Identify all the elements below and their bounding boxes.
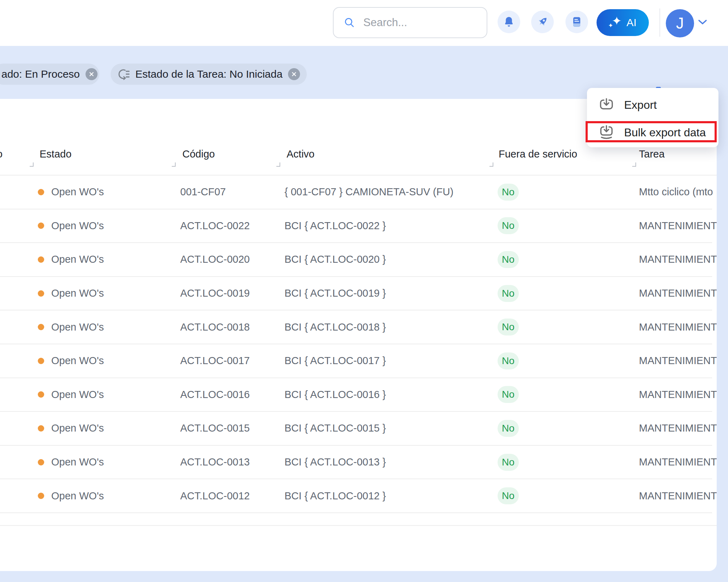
remove-chip-button[interactable] — [86, 68, 98, 80]
cell-estado: Open WO's — [51, 479, 104, 512]
column-resize-handle[interactable] — [632, 162, 636, 167]
cell-activo: BCI { ACT.LOC-0012 } — [284, 479, 386, 512]
column-header-partial[interactable]: o — [0, 148, 2, 160]
fuera-de-servicio-badge: No — [498, 352, 519, 369]
cell-tarea: MANTENIMIENT — [639, 479, 717, 512]
table-row[interactable]: Open WO's ACT.LOC-0016 BCI { ACT.LOC-001… — [0, 378, 712, 412]
table-row[interactable]: Open WO's ACT.LOC-0019 BCI { ACT.LOC-001… — [0, 277, 712, 311]
status-dot-icon — [38, 493, 44, 499]
table-row[interactable]: Open WO's 001-CF07 { 001-CF07 } CAMIONET… — [0, 176, 712, 209]
status-dot-icon — [38, 358, 44, 364]
cell-codigo: 001-CF07 — [180, 176, 226, 209]
topbar-divider — [659, 8, 660, 37]
whats-new-button[interactable] — [531, 11, 554, 33]
filter-chip-estado-tarea[interactable]: Estado de la Tarea: No Iniciada — [111, 64, 307, 85]
column-resize-handle[interactable] — [30, 162, 34, 167]
fuera-de-servicio-badge: No — [498, 217, 519, 234]
menu-item-bulk-export[interactable]: Bulk export data — [587, 119, 718, 146]
status-dot-icon — [38, 222, 44, 229]
filter-chip-estado[interactable]: ado: En Proceso — [0, 64, 99, 85]
cell-fuera-de-servicio: No — [498, 446, 519, 479]
cell-activo: BCI { ACT.LOC-0018 } — [284, 310, 386, 344]
table-row[interactable]: Open WO's ACT.LOC-0022 BCI { ACT.LOC-002… — [0, 209, 712, 243]
sparkles-icon: ✦✦ — [609, 15, 623, 30]
cell-fuera-de-servicio: No — [498, 209, 519, 243]
cell-fuera-de-servicio: No — [498, 310, 519, 344]
column-header-fuera-de-servicio[interactable]: Fuera de servicio — [499, 148, 577, 160]
fuera-de-servicio-badge: No — [498, 184, 519, 201]
status-dot-icon — [38, 256, 44, 263]
status-dot-icon — [38, 290, 44, 297]
cell-tarea: MANTENIMIENT — [639, 378, 717, 411]
cell-estado: Open WO's — [51, 378, 104, 411]
column-header-activo[interactable]: Activo — [287, 148, 315, 160]
cell-estado: Open WO's — [51, 344, 104, 378]
fuera-de-servicio-badge: No — [498, 319, 519, 335]
cell-codigo: ACT.LOC-0017 — [180, 344, 250, 378]
menu-item-export[interactable]: Export — [587, 91, 718, 118]
cell-fuera-de-servicio: No — [498, 344, 519, 378]
cell-codigo: ACT.LOC-0022 — [180, 209, 250, 243]
cell-fuera-de-servicio: No — [498, 243, 519, 276]
notifications-button[interactable] — [498, 11, 520, 33]
filter-chip-label: ado: En Proceso — [1, 68, 80, 80]
chevron-down-icon[interactable] — [698, 19, 708, 25]
status-dot-icon — [38, 189, 44, 195]
table-body: Open WO's 001-CF07 { 001-CF07 } CAMIONET… — [0, 176, 717, 526]
cell-fuera-de-servicio: No — [498, 412, 519, 445]
table-row[interactable]: Open WO's ACT.LOC-0013 BCI { ACT.LOC-001… — [0, 446, 712, 480]
cell-fuera-de-servicio: No — [498, 277, 519, 310]
cell-fuera-de-servicio: No — [498, 378, 519, 411]
cell-tarea: MANTENIMIENT — [639, 310, 717, 344]
table-card: o Estado Código Activo Fuera de servicio… — [0, 99, 717, 571]
rocket-icon — [536, 16, 549, 28]
fuera-de-servicio-badge: No — [498, 251, 519, 268]
table-row[interactable]: Open WO's ACT.LOC-0015 BCI { ACT.LOC-001… — [0, 412, 712, 446]
cell-activo: BCI { ACT.LOC-0015 } — [284, 412, 386, 445]
column-resize-handle[interactable] — [489, 162, 493, 167]
cell-codigo: ACT.LOC-0012 — [180, 479, 250, 512]
avatar[interactable]: J — [666, 9, 694, 37]
cell-codigo: ACT.LOC-0019 — [180, 277, 250, 310]
fuera-de-servicio-badge: No — [498, 285, 519, 302]
cell-tarea: MANTENIMIENT — [639, 209, 717, 243]
top-bar: Search... — [0, 0, 728, 46]
status-dot-icon — [38, 324, 44, 330]
search-input[interactable]: Search... — [333, 7, 487, 38]
remove-chip-button[interactable] — [288, 68, 300, 80]
cell-codigo: ACT.LOC-0018 — [180, 310, 250, 344]
cell-codigo: ACT.LOC-0020 — [180, 243, 250, 276]
status-dot-icon — [38, 391, 44, 398]
search-placeholder: Search... — [363, 16, 407, 29]
menu-item-label: Export — [624, 99, 657, 112]
column-resize-handle[interactable] — [172, 162, 176, 167]
close-icon — [89, 71, 94, 77]
column-header-tarea[interactable]: Tarea — [639, 148, 665, 160]
search-icon — [344, 17, 356, 29]
filter-chip-label: Estado de la Tarea: No Iniciada — [135, 68, 282, 80]
column-header-codigo[interactable]: Código — [182, 148, 215, 160]
table-row[interactable]: Open WO's ACT.LOC-0017 BCI { ACT.LOC-001… — [0, 344, 712, 378]
cell-estado: Open WO's — [51, 209, 104, 243]
cell-codigo: ACT.LOC-0016 — [180, 378, 250, 411]
cell-estado: Open WO's — [51, 446, 104, 479]
table-row[interactable]: Open WO's ACT.LOC-0018 BCI { ACT.LOC-001… — [0, 310, 712, 344]
export-menu: Export Bulk export data — [587, 88, 718, 147]
status-dot-icon — [38, 425, 44, 432]
cell-estado: Open WO's — [51, 310, 104, 344]
table-row[interactable]: Open WO's ACT.LOC-0012 BCI { ACT.LOC-001… — [0, 479, 712, 513]
cell-fuera-de-servicio: No — [498, 479, 519, 512]
avatar-initial: J — [676, 14, 684, 32]
ai-button-label: AI — [627, 17, 636, 29]
column-resize-handle[interactable] — [276, 162, 280, 167]
menu-item-label: Bulk export data — [624, 126, 706, 139]
status-dot-icon — [38, 459, 44, 465]
column-header-estado[interactable]: Estado — [40, 148, 71, 160]
release-notes-button[interactable] — [565, 11, 588, 33]
filters-button[interactable] — [652, 66, 674, 83]
cell-estado: Open WO's — [51, 176, 104, 209]
ai-assistant-button[interactable]: ✦✦ AI — [597, 9, 649, 36]
cell-tarea: MANTENIMIENT — [639, 344, 717, 378]
table-row[interactable]: Open WO's ACT.LOC-0020 BCI { ACT.LOC-002… — [0, 243, 712, 277]
notes-icon — [571, 16, 583, 28]
